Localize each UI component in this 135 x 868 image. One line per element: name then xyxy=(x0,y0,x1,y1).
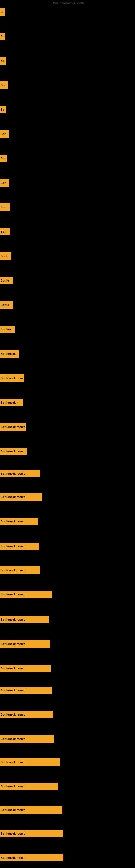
bottleneck-label: Bo xyxy=(1,108,5,111)
bottleneck-bar: Bottleneck result xyxy=(0,854,63,862)
bottleneck-bar: B xyxy=(0,8,5,16)
bottleneck-label: Bot xyxy=(1,157,5,160)
bottleneck-label: Bottleneck resu xyxy=(1,520,23,523)
bottleneck-bar: Bottle xyxy=(0,277,13,284)
bottleneck-bar: Bottleneck result xyxy=(0,782,58,790)
bottleneck-bar: Bottleneck result xyxy=(0,493,42,501)
bottleneck-label: Bottleneck result xyxy=(1,856,25,859)
bottleneck-bar: Bottleneck result xyxy=(0,542,39,550)
bottleneck-label: Bottleneck result xyxy=(1,785,25,788)
bottleneck-label: Bottleneck result xyxy=(1,642,25,646)
bottleneck-bar: Bot xyxy=(0,155,7,162)
bottleneck-bar: Bott xyxy=(0,130,9,138)
bottleneck-bar: Bott xyxy=(0,204,10,211)
bottleneck-bar: Bottle xyxy=(0,301,13,309)
bottleneck-label: Bottle xyxy=(1,279,9,282)
bottleneck-label: Bottl xyxy=(1,254,7,258)
bottleneck-label: Bottle xyxy=(1,303,9,307)
bottleneck-bar: Bottleneck r xyxy=(0,399,23,406)
bottleneck-bar: Bottleneck result xyxy=(0,423,26,431)
bottleneck-bar: Bottleneck result xyxy=(0,806,62,814)
bottleneck-bar: Bo xyxy=(0,106,6,113)
bottleneck-bar: Bottleneck result xyxy=(0,758,60,766)
bottleneck-bar: Bo xyxy=(0,33,5,40)
bottleneck-label: Bottlen xyxy=(1,328,11,331)
bottleneck-label: Bottleneck r xyxy=(1,401,18,404)
site-title: TheBottlenecker.com xyxy=(0,1,135,5)
bottleneck-label: Bottleneck result xyxy=(1,667,25,670)
bottleneck-label: Bottleneck result xyxy=(1,713,25,716)
bottleneck-bar: Bottleneck xyxy=(0,350,19,358)
bottleneck-bar: Bottleneck result xyxy=(0,711,53,718)
bottleneck-bar: Bott xyxy=(0,228,10,236)
bottleneck-bar: Bottleneck result xyxy=(0,664,51,672)
bottleneck-label: Bottleneck result xyxy=(1,808,25,812)
bottleneck-label: Bottleneck result xyxy=(1,568,25,572)
bottleneck-label: Bottleneck result xyxy=(1,450,25,453)
bottleneck-bar: Bottleneck resu xyxy=(0,374,24,382)
bottleneck-bar: Bo xyxy=(0,57,6,65)
bottleneck-bar: Bottleneck result xyxy=(0,590,52,598)
bottleneck-label: Bottleneck result xyxy=(1,689,25,692)
bottleneck-bar: Bottleneck result xyxy=(0,447,27,455)
bottleneck-bar: Bottleneck result xyxy=(0,686,52,694)
bottleneck-label: Bottleneck result xyxy=(1,618,25,621)
bottleneck-label: Bott xyxy=(1,230,6,233)
bottleneck-label: Bott xyxy=(1,132,6,135)
bottleneck-bar: Bottleneck result xyxy=(0,735,54,743)
bottleneck-bar: Bottleneck result xyxy=(0,830,63,837)
bottleneck-label: Bo xyxy=(1,59,5,62)
bottleneck-label: Bottleneck result xyxy=(1,832,25,835)
bottleneck-bar: Bottleneck resu xyxy=(0,518,38,525)
bottleneck-bar: Bottl xyxy=(0,252,11,260)
bottleneck-label: Bott xyxy=(1,206,6,209)
bottleneck-label: Bottleneck xyxy=(1,352,16,355)
bottleneck-label: Bottleneck result xyxy=(1,495,25,499)
bottleneck-label: Bottleneck result xyxy=(1,472,25,475)
bottleneck-bar: Bott xyxy=(0,179,9,187)
bottleneck-label: Bottleneck result xyxy=(1,545,25,548)
bottleneck-bar: Bottleneck result xyxy=(0,470,41,477)
bottleneck-bar: Bottleneck result xyxy=(0,616,49,623)
bottleneck-label: Bo xyxy=(1,35,5,38)
bottleneck-label: Bottleneck result xyxy=(1,425,25,429)
bottleneck-bar: Bottleneck result xyxy=(0,566,40,574)
bottleneck-label: Bot xyxy=(1,84,5,87)
bottleneck-label: Bottleneck result xyxy=(1,761,25,764)
bottleneck-bar: Bottlen xyxy=(0,326,14,333)
bottleneck-label: Bottleneck result xyxy=(1,737,25,741)
bottleneck-bar: Bot xyxy=(0,82,8,89)
bottleneck-bar: Bottleneck result xyxy=(0,640,50,648)
bottleneck-label: Bott xyxy=(1,181,6,184)
bottleneck-label: Bottleneck result xyxy=(1,593,25,596)
bottleneck-label: B xyxy=(1,10,3,13)
bottleneck-label: Bottleneck resu xyxy=(1,376,23,380)
